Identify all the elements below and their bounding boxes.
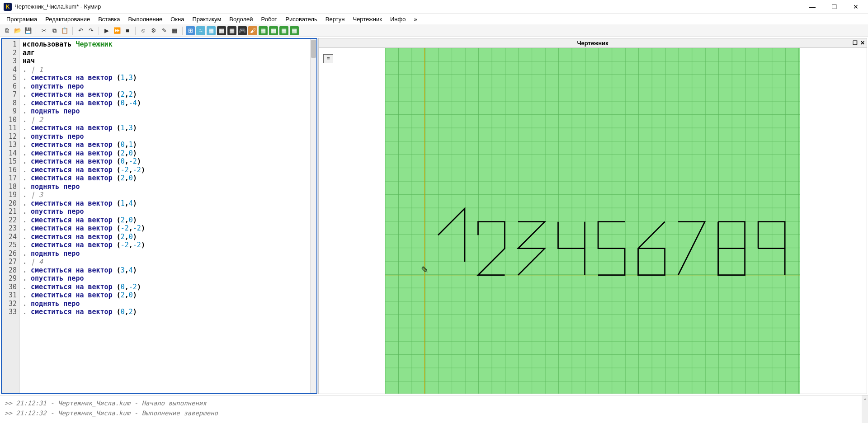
cut-icon[interactable]: ✂ (39, 26, 48, 35)
module-1-icon[interactable]: ⊞ (186, 26, 195, 35)
open-file-icon[interactable]: 📂 (13, 26, 22, 35)
code-area[interactable]: использовать Чертежникалгнач. | 1. смест… (20, 39, 316, 393)
paste-icon[interactable]: 📋 (60, 26, 69, 35)
module-8-icon[interactable]: ▦ (259, 26, 268, 35)
close-button[interactable]: ✕ (849, 2, 863, 11)
editor-scrollbar[interactable] (310, 39, 316, 393)
menu-редактирование[interactable]: Редактирование (42, 15, 94, 24)
menu-вертун[interactable]: Вертун (322, 15, 349, 24)
console-scrollbar[interactable]: ▴ (862, 395, 868, 423)
brush-icon[interactable]: 🖌 (248, 26, 257, 35)
module-5-icon[interactable]: ▦ (227, 26, 236, 35)
separator (72, 27, 73, 35)
tool-d-icon[interactable]: ▦ (170, 26, 179, 35)
menu-программа[interactable]: Программа (3, 15, 41, 24)
tool-b-icon[interactable]: ⚙ (149, 26, 158, 35)
scrollbar-thumb[interactable] (311, 40, 316, 58)
menu-чертежник[interactable]: Чертежник (349, 15, 386, 24)
canvas-close-icon[interactable]: ✕ (860, 40, 865, 46)
output-console: >> 21:12:31 - Чертежник_Числа.kum - Нача… (0, 395, 868, 423)
tool-a-icon[interactable]: ⎋ (139, 26, 148, 35)
svg-text:✎: ✎ (421, 265, 429, 275)
redo-icon[interactable]: ↷ (86, 26, 95, 35)
run-icon[interactable]: ▶ (102, 26, 111, 35)
console-line: >> 21:12:32 - Чертежник_Числа.kum - Выпо… (5, 408, 863, 418)
code-editor[interactable]: 1234567891011121314151617181920212223242… (1, 38, 317, 394)
menu-окна[interactable]: Окна (167, 15, 188, 24)
save-icon[interactable]: 💾 (24, 26, 33, 35)
separator (182, 27, 183, 35)
module-11-icon[interactable]: ▦ (290, 26, 299, 35)
line-gutter: 1234567891011121314151617181920212223242… (2, 39, 20, 393)
canvas-restore-icon[interactable]: ❐ (853, 40, 858, 46)
console-line: >> 21:12:31 - Чертежник_Числа.kum - Нача… (5, 398, 863, 408)
module-3-icon[interactable]: ▦ (207, 26, 216, 35)
tool-c-icon[interactable]: ✎ (160, 26, 169, 35)
drawer-svg: ✎ (319, 48, 867, 394)
new-file-icon[interactable]: 🗎 (3, 26, 12, 35)
separator (99, 27, 99, 35)
menu-водолей[interactable]: Водолей (226, 15, 256, 24)
canvas-title-label: Чертежник (577, 40, 608, 47)
copy-icon[interactable]: ⧉ (50, 26, 59, 35)
stop-icon[interactable]: ■ (123, 26, 132, 35)
menu-выполнение[interactable]: Выполнение (124, 15, 166, 24)
separator (36, 27, 36, 35)
module-9-icon[interactable]: ▦ (269, 26, 278, 35)
menu-рисователь[interactable]: Рисователь (282, 15, 321, 24)
menu-практикум[interactable]: Практикум (189, 15, 225, 24)
module-4-icon[interactable]: ▦ (217, 26, 226, 35)
menu-вставка[interactable]: Вставка (94, 15, 123, 24)
menu-»[interactable]: » (410, 15, 420, 24)
step-icon[interactable]: ⏩ (113, 26, 122, 35)
maximize-button[interactable]: ☐ (827, 2, 841, 11)
drawing-canvas[interactable]: ≡ ✎ (318, 48, 867, 394)
gamepad-icon[interactable]: 🎮 (238, 26, 247, 35)
minimize-button[interactable]: — (806, 2, 819, 11)
window-title: Чертежник_Числа.kum* - Кумир (14, 3, 806, 10)
canvas-menu-button[interactable]: ≡ (323, 54, 333, 63)
canvas-title-bar: Чертежник ❐ ✕ (318, 38, 867, 48)
module-10-icon[interactable]: ▦ (279, 26, 288, 35)
toolbar: 🗎 📂 💾 ✂ ⧉ 📋 ↶ ↷ ▶ ⏩ ■ ⎋ ⚙ ✎ ▦ ⊞ ≈ ▦ ▦ ▦ … (0, 24, 868, 37)
app-icon: K (4, 3, 12, 11)
menu-инфо[interactable]: Инфо (387, 15, 409, 24)
titlebar: K Чертежник_Числа.kum* - Кумир — ☐ ✕ (0, 0, 868, 14)
svg-rect-0 (385, 48, 800, 394)
separator (135, 27, 136, 35)
undo-icon[interactable]: ↶ (76, 26, 85, 35)
menubar: ПрограммаРедактированиеВставкаВыполнение… (0, 14, 868, 24)
menu-робот[interactable]: Робот (258, 15, 281, 24)
vodoley-icon[interactable]: ≈ (196, 26, 205, 35)
